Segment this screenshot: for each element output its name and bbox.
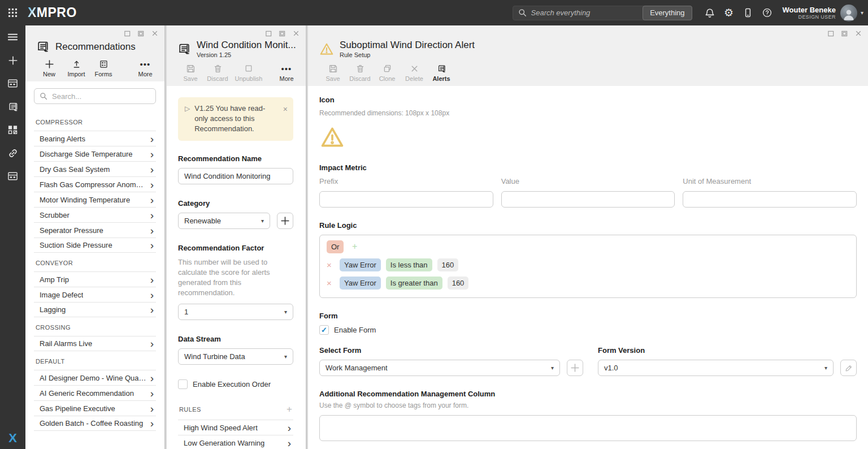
unit-input[interactable] bbox=[683, 191, 857, 208]
remove-condition-icon[interactable]: × bbox=[327, 260, 335, 270]
maximize-icon[interactable] bbox=[137, 28, 145, 38]
close-icon[interactable] bbox=[151, 28, 159, 38]
discard-button[interactable]: Discard bbox=[346, 63, 374, 82]
rail-recommendations-button[interactable] bbox=[0, 95, 25, 118]
alerts-button[interactable]: Alerts bbox=[428, 63, 455, 82]
condition-field-chip[interactable]: Yaw Error bbox=[340, 258, 381, 271]
execution-order-checkbox-row[interactable]: Enable Execution Order bbox=[178, 379, 293, 389]
group-label: DEFAULT bbox=[34, 351, 156, 370]
rule-icon-preview[interactable] bbox=[319, 125, 857, 150]
recommendation-item[interactable]: Suction Side Pressure › bbox=[34, 238, 156, 253]
close-icon[interactable] bbox=[854, 28, 862, 38]
value-input[interactable] bbox=[501, 191, 675, 208]
recommendation-item[interactable]: AI Designer Demo - Wine Quality › bbox=[34, 370, 156, 385]
rail-add-button[interactable] bbox=[0, 49, 25, 72]
recommendations-search-input[interactable] bbox=[52, 92, 151, 101]
notifications-button[interactable] bbox=[700, 0, 719, 25]
checkbox-checked[interactable]: ✓ bbox=[319, 325, 329, 335]
checkbox-unchecked[interactable] bbox=[178, 379, 188, 389]
chevron-right-icon: › bbox=[147, 290, 154, 300]
recommendation-item[interactable]: Discharge Side Temperature › bbox=[34, 146, 156, 161]
condition-operator-chip[interactable]: Is greater than bbox=[386, 277, 442, 290]
maximize-icon[interactable] bbox=[279, 28, 286, 38]
mobile-app-button[interactable] bbox=[739, 0, 758, 25]
add-rule-button[interactable]: + bbox=[287, 404, 292, 415]
recommendation-item[interactable]: Image Defect › bbox=[34, 287, 156, 302]
recommendation-item[interactable]: Golden Batch - Coffee Roasting › bbox=[34, 416, 156, 431]
clone-button[interactable]: Clone bbox=[374, 63, 401, 82]
rule-item[interactable]: Low Generation Warning › bbox=[178, 435, 293, 449]
additional-column-textarea[interactable] bbox=[319, 415, 857, 441]
bell-icon bbox=[704, 7, 715, 19]
close-icon[interactable] bbox=[292, 28, 300, 38]
recommendation-item[interactable]: Scrubber › bbox=[34, 207, 156, 222]
datastream-select[interactable]: Wind Turbine Data ▾ bbox=[178, 348, 293, 365]
save-button[interactable]: Save bbox=[177, 63, 204, 82]
user-menu[interactable]: Wouter Beneke DESIGN USER ▾ bbox=[783, 5, 863, 21]
rail-apps-button[interactable] bbox=[0, 72, 25, 95]
recommendation-item[interactable]: Dry Gas Seal System › bbox=[34, 161, 156, 176]
recommendation-item-label: Discharge Side Temperature bbox=[40, 150, 133, 158]
rail-blocks-button[interactable] bbox=[0, 118, 25, 141]
factor-select[interactable]: 1 ▾ bbox=[178, 304, 293, 320]
recommendation-name-input[interactable] bbox=[178, 168, 293, 184]
edit-form-button[interactable] bbox=[840, 360, 857, 376]
category-select[interactable]: Renewable ▾ bbox=[178, 213, 270, 229]
recommendation-item[interactable]: Motor Winding Temperature › bbox=[34, 192, 156, 207]
recommendation-item[interactable]: AI Generic Recommendation › bbox=[34, 385, 156, 400]
discard-button[interactable]: Discard bbox=[204, 63, 231, 82]
more-button[interactable]: •••More bbox=[273, 63, 300, 82]
help-button[interactable] bbox=[758, 0, 777, 25]
conditions-list: × Yaw Error Is less than 160 × Yaw Error… bbox=[327, 258, 849, 290]
add-category-button[interactable] bbox=[277, 213, 293, 229]
enable-form-checkbox-row[interactable]: ✓ Enable Form bbox=[319, 325, 857, 335]
rule-item[interactable]: High Wind Speed Alert › bbox=[178, 420, 293, 435]
rail-menu-button[interactable] bbox=[0, 25, 25, 49]
recommendation-group: CROSSING Rail Alarms Live › bbox=[34, 317, 156, 351]
chevron-right-icon: › bbox=[147, 418, 154, 429]
prefix-input[interactable] bbox=[319, 191, 493, 208]
close-icon[interactable]: × bbox=[283, 103, 288, 135]
minimize-icon[interactable] bbox=[124, 28, 131, 38]
forms-button[interactable]: Forms bbox=[90, 59, 117, 77]
add-form-button[interactable] bbox=[567, 360, 583, 376]
operator-chip[interactable]: Or bbox=[327, 240, 344, 253]
condition-operator-chip[interactable]: Is less than bbox=[386, 258, 432, 271]
chevron-right-icon: › bbox=[147, 164, 154, 175]
app-grid-button[interactable] bbox=[0, 0, 25, 25]
maximize-icon[interactable] bbox=[841, 28, 848, 38]
chevron-right-icon: › bbox=[147, 179, 154, 190]
app-grid-icon bbox=[8, 8, 18, 18]
user-role: DESIGN USER bbox=[783, 14, 836, 20]
condition-value-chip[interactable]: 160 bbox=[437, 258, 459, 271]
play-icon: ▷ bbox=[185, 103, 190, 135]
recommendation-item[interactable]: Bearing Alerts › bbox=[34, 131, 156, 146]
more-button[interactable]: •••More bbox=[132, 59, 159, 77]
caret-down-icon: ▾ bbox=[824, 365, 827, 371]
recommendation-item[interactable]: Rail Alarms Live › bbox=[34, 336, 156, 351]
minimize-icon[interactable] bbox=[827, 28, 835, 38]
new-button[interactable]: New bbox=[36, 59, 63, 77]
form-version-dropdown[interactable]: v1.0 ▾ bbox=[598, 360, 834, 376]
global-search-input[interactable] bbox=[531, 8, 641, 17]
add-condition-button[interactable]: + bbox=[352, 241, 357, 251]
remove-condition-icon[interactable]: × bbox=[327, 278, 335, 288]
condition-field-chip[interactable]: Yaw Error bbox=[340, 277, 381, 290]
recommendation-item[interactable]: Gas Pipeline Executive › bbox=[34, 400, 156, 416]
recommendation-item[interactable]: Flash Gas Compressor Anomaly ... › bbox=[34, 176, 156, 192]
settings-button[interactable]: ⚙ bbox=[719, 0, 739, 25]
select-form-dropdown[interactable]: Work Management ▾ bbox=[319, 360, 560, 376]
save-button[interactable]: Save bbox=[319, 63, 346, 82]
unpublish-button[interactable]: Unpublish bbox=[231, 63, 266, 82]
recommendation-item[interactable]: Amp Trip › bbox=[34, 271, 156, 287]
rail-integrations-button[interactable] bbox=[0, 141, 25, 165]
search-scope-button[interactable]: Everything bbox=[643, 6, 692, 20]
delete-button[interactable]: Delete bbox=[401, 63, 428, 82]
trash-icon bbox=[213, 63, 223, 74]
condition-value-chip[interactable]: 160 bbox=[448, 277, 469, 290]
rail-boards-button[interactable] bbox=[0, 165, 25, 188]
import-button[interactable]: Import bbox=[63, 59, 90, 77]
recommendation-item[interactable]: Seperator Pressure › bbox=[34, 222, 156, 238]
minimize-icon[interactable] bbox=[265, 28, 272, 38]
recommendation-item[interactable]: Lagging › bbox=[34, 302, 156, 317]
